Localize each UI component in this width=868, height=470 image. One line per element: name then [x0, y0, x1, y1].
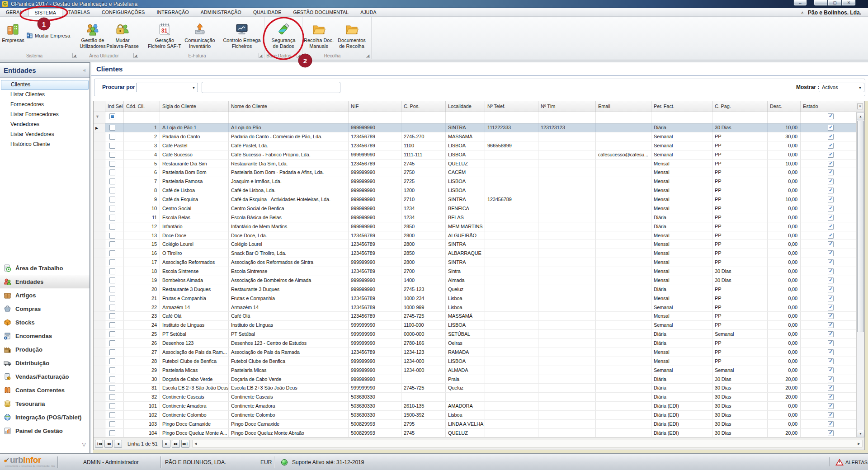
estado-checkbox[interactable] [828, 340, 834, 346]
module-compras[interactable]: Compras [0, 302, 90, 315]
controlo-entrega-button[interactable]: Controlo Entrega Ficheiros [220, 19, 264, 50]
row-select-checkbox[interactable] [109, 268, 115, 274]
client-row[interactable]: ▶ 26 Desenhos 123 Desenhos 123 - Centro … [94, 339, 864, 348]
estado-checkbox[interactable] [828, 331, 834, 337]
documentos-recolha-button[interactable]: Documentos de Recolha [336, 19, 368, 50]
scroll-left-icon[interactable]: ◀ [193, 440, 199, 447]
column-header-cpos[interactable]: C. Pos. [401, 101, 446, 112]
pager-next-page-button[interactable]: ▶▶ [172, 440, 180, 448]
row-select-checkbox[interactable] [109, 233, 115, 239]
filter-cell[interactable] [229, 112, 349, 123]
pager-prev-button[interactable]: ◀ [114, 440, 122, 448]
filter-ind-sel[interactable] [105, 112, 124, 123]
estado-checkbox[interactable] [828, 206, 834, 212]
row-select-checkbox[interactable] [109, 197, 115, 202]
client-row[interactable]: ▶ 104 Pingo Doce Queluz Monte A... Pingo… [94, 429, 864, 438]
row-select-checkbox[interactable] [109, 385, 115, 391]
ribbon-tab[interactable]: SISTEMA [28, 8, 63, 16]
sidebar-item[interactable]: Clientes [1, 80, 89, 90]
client-row[interactable]: ▶ 1 A Loja do Pão 1 A Loja do Pão 999999… [94, 123, 864, 132]
estado-checkbox[interactable] [828, 125, 834, 131]
estado-checkbox[interactable] [828, 385, 834, 391]
client-row[interactable]: ▶ 28 Futebol Clube de Benfica Futebol Cl… [94, 357, 864, 366]
row-select-checkbox[interactable] [109, 143, 115, 149]
search-input[interactable] [202, 82, 340, 93]
estado-checkbox[interactable] [828, 259, 834, 265]
filter-cell[interactable] [349, 112, 401, 123]
sidebar-item[interactable]: Histórico Cliente [1, 140, 89, 150]
select-all-checkbox[interactable] [109, 113, 115, 119]
pager-next-button[interactable]: ▶ [162, 440, 170, 448]
row-select-checkbox[interactable] [109, 358, 115, 364]
row-select-checkbox[interactable] [109, 134, 115, 140]
estado-checkbox[interactable] [828, 305, 834, 310]
client-row[interactable]: ▶ 23 Café Olá Café Olá 123456789 2745-72… [94, 312, 864, 321]
filter-cell[interactable] [651, 112, 712, 123]
estado-checkbox[interactable] [828, 412, 834, 418]
mudar-palavra-passe-button[interactable]: Mudar Palavra-Passe [106, 19, 139, 50]
row-select-checkbox[interactable] [109, 125, 115, 131]
row-select-checkbox[interactable] [109, 412, 115, 418]
estado-checkbox[interactable] [828, 250, 834, 256]
row-select-checkbox[interactable] [109, 241, 115, 247]
module-contas-correntes[interactable]: Contas Correntes [0, 383, 90, 397]
row-select-checkbox[interactable] [109, 322, 115, 328]
client-row[interactable]: ▶ 17 Associação Reformados Associação do… [94, 258, 864, 267]
module-vendas[interactable]: € Vendas/Facturação [0, 370, 90, 383]
search-field-combo[interactable]: ▼ [136, 83, 198, 92]
row-select-checkbox[interactable] [109, 394, 115, 400]
estado-checkbox[interactable] [828, 179, 834, 184]
alerts-warning-icon[interactable] [835, 454, 844, 470]
sidebar-item[interactable]: Listar Clientes [1, 90, 89, 100]
row-select-checkbox[interactable] [109, 430, 115, 436]
column-header-per-fact[interactable]: Per. Fact. [651, 101, 712, 112]
client-row[interactable]: ▶ 31 Escola EB 2+3 São João Deus Escola … [94, 384, 864, 393]
row-select-checkbox[interactable] [109, 250, 115, 256]
alerts-label[interactable]: ALERTAS [845, 454, 868, 470]
scroll-right-icon[interactable]: ▶ [856, 440, 862, 447]
module-encomendas[interactable]: Encomendas [0, 329, 90, 343]
sidebar-item[interactable]: Listar Vendedores [1, 130, 89, 140]
sidebar-item[interactable]: Vendedores [1, 120, 89, 130]
column-header-cod-cli[interactable]: Cód. Cli. [124, 101, 160, 112]
client-row[interactable]: ▶ 25 PT Setúbal PT Setúbal 999999990 000… [94, 330, 864, 339]
column-header-ind-sel[interactable]: Ind Sel [105, 101, 124, 112]
row-select-checkbox[interactable] [109, 259, 115, 265]
module-integracao[interactable]: Integração (POS/Tablet) [0, 410, 90, 424]
horizontal-scrollbar[interactable]: ◀ ▶ [192, 440, 863, 448]
row-select-checkbox[interactable] [109, 206, 115, 212]
estado-checkbox[interactable] [828, 241, 834, 247]
client-row[interactable]: ▶ 30 Doçaria de Cabo Verde Doçaria de Ca… [94, 375, 864, 384]
row-select-checkbox[interactable] [109, 340, 115, 346]
client-row[interactable]: ▶ 21 Frutas e Companhia Frutas e Companh… [94, 294, 864, 303]
estado-checkbox[interactable] [828, 421, 834, 427]
client-row[interactable]: ▶ 32 Continente Cascais Continente Casca… [94, 393, 864, 402]
recolha-doc-button[interactable]: Recolha Doc. Manuais [302, 19, 335, 50]
pager-first-button[interactable]: ❘◀◀ [95, 440, 103, 448]
client-row[interactable]: ▶ 11 Escola Belas Escola Básica de Belas… [94, 213, 864, 222]
client-row[interactable]: ▶ 9 Café da Esquina Café da Esquina - Ac… [94, 195, 864, 204]
row-select-checkbox[interactable] [109, 349, 115, 355]
client-row[interactable]: ▶ 16 O Tiroliro Snack Bar O Tiroliro, Ld… [94, 249, 864, 258]
row-select-checkbox[interactable] [109, 296, 115, 301]
client-row[interactable]: ▶ 5 Restaurante Dia Sim Restaurante Dia … [94, 160, 864, 169]
client-row[interactable]: ▶ 19 Bombeiros Almada Associação de Bomb… [94, 276, 864, 285]
estado-checkbox[interactable] [828, 169, 834, 175]
client-row[interactable]: ▶ 13 Doce Doce Doce Doce, Lda. 123456789… [94, 231, 864, 240]
client-row[interactable]: ▶ 24 Instituto de Línguas Instituto de L… [94, 321, 864, 330]
column-header-email[interactable]: Email [596, 101, 651, 112]
column-header-nome[interactable]: Nome do Cliente [229, 101, 349, 112]
estado-checkbox[interactable] [828, 403, 834, 409]
estado-checkbox[interactable] [828, 268, 834, 274]
row-select-checkbox[interactable] [109, 421, 115, 427]
dialog-launcher-icon[interactable]: ◢ [366, 53, 370, 58]
estado-checkbox[interactable] [828, 224, 834, 230]
geracao-saft-button[interactable]: 31 Geração Ficheiro SAF-T [147, 19, 182, 50]
column-header-sigla[interactable]: Sigla do Cliente [160, 101, 229, 112]
row-select-checkbox[interactable] [109, 331, 115, 337]
estado-checkbox[interactable] [828, 430, 834, 436]
filter-cell[interactable] [538, 112, 596, 123]
estado-checkbox[interactable] [828, 287, 834, 292]
close-button[interactable]: ✕ [842, 0, 856, 6]
ribbon-tab[interactable]: CONFIGURAÇÕES [96, 8, 151, 16]
